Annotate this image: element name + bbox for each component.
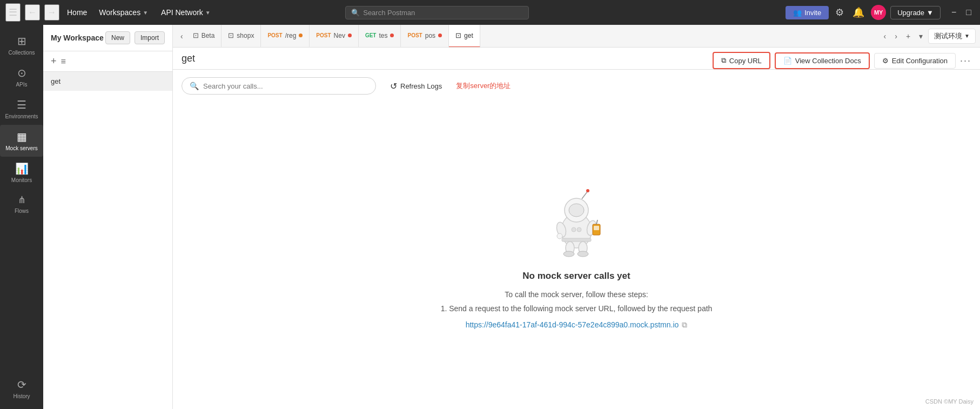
mock-url-row: https://9e64fa41-17af-461d-994c-57e2e4c8… bbox=[466, 320, 688, 330]
sidebar-item-monitors[interactable]: 📊 Monitors bbox=[0, 157, 43, 189]
calls-search-icon: 🔍 bbox=[190, 82, 199, 90]
copy-url-inline-button[interactable]: ⧉ bbox=[682, 320, 687, 330]
apis-label: APIs bbox=[16, 82, 27, 88]
env-label: 测试环境 bbox=[934, 31, 962, 41]
tab-nev-label: Nev bbox=[334, 32, 345, 39]
settings-icon[interactable]: ⚙ bbox=[833, 4, 846, 21]
more-options-button[interactable]: ··· bbox=[960, 55, 971, 66]
svg-point-2 bbox=[569, 204, 584, 217]
method-post-label: POST bbox=[267, 32, 282, 38]
svg-point-17 bbox=[557, 233, 562, 239]
menu-icon[interactable]: ☰ bbox=[5, 3, 21, 22]
global-search[interactable]: 🔍 Search Postman bbox=[345, 6, 529, 19]
monitors-label: Monitors bbox=[11, 177, 32, 183]
tab-beta[interactable]: ⊡ Beta bbox=[186, 25, 222, 48]
sidebar-item-mock-servers[interactable]: ▦ Mock servers bbox=[0, 125, 43, 157]
notifications-icon[interactable]: 🔔 bbox=[850, 4, 867, 21]
minimize-button[interactable]: − bbox=[948, 6, 959, 18]
workspace-title: My Workspace bbox=[51, 33, 104, 42]
new-tab-button[interactable]: + bbox=[903, 30, 914, 43]
invite-button[interactable]: 👥 Invite bbox=[786, 6, 829, 19]
tab-pos[interactable]: POST pos bbox=[401, 25, 449, 48]
tabs-more-button[interactable]: ▾ bbox=[916, 30, 926, 43]
api-network-dropdown[interactable]: API Network ▼ bbox=[157, 6, 215, 19]
workspaces-dropdown[interactable]: Workspaces ▼ bbox=[95, 6, 152, 19]
content-area: ‹ ⊡ Beta ⊡ shopx POST /reg POST Nev bbox=[173, 25, 980, 409]
api-network-arrow-icon: ▼ bbox=[205, 10, 211, 16]
empty-state-title: No mock server calls yet bbox=[522, 271, 630, 281]
home-link[interactable]: Home bbox=[64, 6, 90, 19]
workspace-header: My Workspace New Import bbox=[43, 25, 172, 51]
avatar[interactable]: MY bbox=[871, 5, 886, 20]
calls-search-field[interactable]: 🔍 bbox=[182, 77, 376, 95]
edit-config-label: Edit Configuration bbox=[892, 57, 948, 65]
svg-rect-8 bbox=[594, 226, 599, 230]
sidebar-item-collections[interactable]: ⊞ Collections bbox=[0, 29, 43, 61]
svg-point-14 bbox=[572, 227, 576, 232]
back-icon[interactable]: ← bbox=[25, 4, 40, 21]
new-button[interactable]: New bbox=[105, 31, 130, 44]
mock-url-link[interactable]: https://9e64fa41-17af-461d-994c-57e2e4c8… bbox=[466, 320, 679, 329]
mock-servers-label: Mock servers bbox=[5, 145, 37, 151]
svg-point-4 bbox=[586, 189, 589, 192]
refresh-logs-button[interactable]: ↺ Refresh Logs bbox=[385, 78, 447, 95]
method-post-pos: POST bbox=[407, 32, 422, 38]
copy-server-address-link[interactable]: 复制server的地址 bbox=[456, 81, 511, 91]
monitors-icon: 📊 bbox=[15, 162, 29, 175]
svg-point-15 bbox=[577, 227, 581, 232]
tab-get-label: get bbox=[464, 32, 473, 39]
filter-collections-icon[interactable]: ≡ bbox=[61, 57, 66, 66]
tabs-bar: ‹ ⊡ Beta ⊡ shopx POST /reg POST Nev bbox=[173, 25, 980, 48]
tab-shopx[interactable]: ⊡ shopx bbox=[221, 25, 261, 48]
tab-nev[interactable]: POST Nev bbox=[310, 25, 359, 48]
mock-icon: ⊡ bbox=[193, 31, 199, 39]
tab-reg-dot bbox=[299, 33, 303, 37]
import-button[interactable]: Import bbox=[135, 31, 165, 44]
tabs-scroll-left-button[interactable]: ‹ bbox=[881, 30, 890, 43]
tab-pos-dot bbox=[438, 33, 442, 37]
collections-label: Collections bbox=[9, 50, 35, 56]
mock-server-header: get ⧉ Copy URL 📄 View Collection Docs ⚙ … bbox=[173, 48, 980, 70]
calls-search-input[interactable] bbox=[203, 82, 368, 90]
add-collection-icon[interactable]: + bbox=[51, 56, 57, 67]
mock-server-title: get bbox=[182, 53, 195, 69]
view-collection-docs-button[interactable]: 📄 View Collection Docs bbox=[775, 52, 870, 69]
tabs-collapse-button[interactable]: ‹ bbox=[177, 30, 186, 43]
sidebar-item-apis[interactable]: ⊙ APIs bbox=[0, 61, 43, 93]
collection-get-item[interactable]: get bbox=[43, 72, 172, 91]
mock-actions-bar: ⧉ Copy URL 📄 View Collection Docs ⚙ Edit… bbox=[713, 52, 971, 69]
flows-icon: ⋔ bbox=[18, 194, 26, 206]
search-area: 🔍 ↺ Refresh Logs 复制server的地址 bbox=[173, 70, 980, 102]
workspaces-arrow-icon: ▼ bbox=[143, 10, 148, 16]
view-docs-label: View Collection Docs bbox=[795, 57, 861, 65]
maximize-button[interactable]: □ bbox=[963, 6, 975, 18]
tab-shopx-label: shopx bbox=[237, 32, 254, 39]
workspace-panel: My Workspace New Import + ≡ get bbox=[43, 25, 173, 409]
edit-configuration-button[interactable]: ⚙ Edit Configuration bbox=[874, 53, 956, 69]
sidebar-item-environments[interactable]: ☰ Environments bbox=[0, 93, 43, 125]
forward-icon[interactable]: → bbox=[44, 4, 59, 21]
tab-get[interactable]: ⊡ get bbox=[449, 25, 480, 48]
method-post-nev: POST bbox=[316, 32, 331, 38]
sidebar-item-flows[interactable]: ⋔ Flows bbox=[0, 189, 43, 219]
sidebar-item-history[interactable]: ⟳ History bbox=[0, 373, 43, 405]
mock-icon-shopx: ⊡ bbox=[228, 31, 234, 39]
tab-tes[interactable]: GET tes bbox=[359, 25, 401, 48]
tab-beta-label: Beta bbox=[202, 32, 215, 39]
tab-reg[interactable]: POST /reg bbox=[261, 25, 310, 48]
upgrade-arrow-icon: ▼ bbox=[927, 9, 934, 17]
tab-pos-label: pos bbox=[425, 32, 435, 39]
environments-icon: ☰ bbox=[17, 98, 26, 111]
environments-label: Environments bbox=[5, 113, 38, 119]
search-icon: 🔍 bbox=[351, 9, 360, 17]
upgrade-button[interactable]: Upgrade ▼ bbox=[890, 6, 941, 19]
environment-selector[interactable]: 测试环境 ▼ bbox=[928, 29, 976, 44]
collections-icon: ⊞ bbox=[17, 35, 26, 48]
svg-line-9 bbox=[596, 220, 598, 224]
copy-url-button[interactable]: ⧉ Copy URL bbox=[713, 52, 770, 69]
apis-icon: ⊙ bbox=[17, 66, 26, 79]
empty-state: No mock server calls yet To call the moc… bbox=[173, 102, 980, 409]
gear-icon: ⚙ bbox=[882, 57, 889, 65]
copy-url-label: Copy URL bbox=[729, 57, 762, 65]
tabs-scroll-right-button[interactable]: › bbox=[891, 30, 901, 43]
